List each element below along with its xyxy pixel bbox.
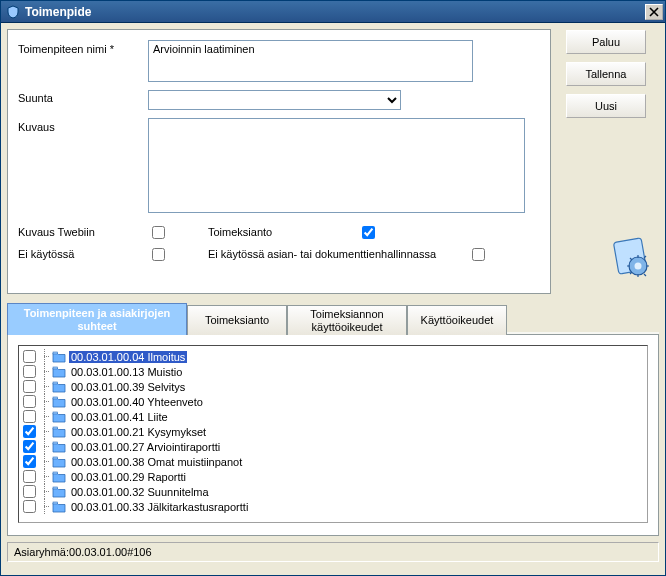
kuvaus-label: Kuvaus	[18, 118, 148, 133]
list-panel: 00.03.01.00.04 Ilmoitus00.03.01.00.13 Mu…	[7, 334, 659, 536]
svg-rect-8	[53, 427, 58, 429]
kuvaus-twebiin-checkbox[interactable]	[152, 226, 165, 239]
list-item[interactable]: 00.03.01.00.33 Jälkitarkastusraportti	[21, 499, 645, 514]
folder-icon	[52, 456, 66, 468]
svg-rect-10	[53, 457, 58, 459]
nimi-row: Toimenpiteen nimi * Arvioinnin laatimine…	[18, 40, 540, 82]
list-item-label: 00.03.01.00.41 Liite	[69, 411, 170, 423]
svg-rect-11	[53, 472, 58, 474]
toimeksianto-label: Toimeksianto	[208, 226, 358, 238]
list-item-checkbox[interactable]	[23, 500, 36, 513]
folder-icon	[52, 351, 66, 363]
chk-row-2: Ei käytössä Ei käytössä asian- tai dokum…	[18, 243, 540, 265]
tree-connector	[41, 439, 49, 454]
list-item-label: 00.03.01.00.21 Kysymykset	[69, 426, 208, 438]
svg-rect-7	[53, 412, 58, 414]
ei-kaytossa-asian-label: Ei käytössä asian- tai dokumenttienhalli…	[208, 248, 468, 260]
list-item[interactable]: 00.03.01.00.40 Yhteenveto	[21, 394, 645, 409]
svg-point-2	[635, 263, 642, 270]
status-text: Asiaryhmä:00.03.01.00#106	[14, 546, 152, 558]
tab-bar: Toimenpiteen ja asiakirjojen suhteet Toi…	[7, 302, 659, 334]
list-item-checkbox[interactable]	[23, 440, 36, 453]
tree-connector	[41, 484, 49, 499]
svg-rect-3	[53, 352, 58, 354]
uusi-button[interactable]: Uusi	[566, 94, 646, 118]
kuvaus-textarea[interactable]	[148, 118, 525, 213]
tree-connector	[41, 454, 49, 469]
list-item[interactable]: 00.03.01.00.41 Liite	[21, 409, 645, 424]
status-bar: Asiaryhmä:00.03.01.00#106	[7, 542, 659, 562]
list-item[interactable]: 00.03.01.00.39 Selvitys	[21, 379, 645, 394]
svg-rect-9	[53, 442, 58, 444]
svg-rect-13	[53, 502, 58, 504]
suunta-select[interactable]	[148, 90, 401, 110]
list-item-checkbox[interactable]	[23, 470, 36, 483]
gear-document-icon	[610, 236, 654, 280]
list-item-checkbox[interactable]	[23, 485, 36, 498]
list-item-label: 00.03.01.00.40 Yhteenveto	[69, 396, 205, 408]
list-item-label: 00.03.01.00.33 Jälkitarkastusraportti	[69, 501, 250, 513]
tree-connector	[41, 469, 49, 484]
toimeksianto-checkbox[interactable]	[362, 226, 375, 239]
folder-icon	[52, 471, 66, 483]
tree-connector	[41, 349, 49, 364]
folder-icon	[52, 396, 66, 408]
folder-icon	[52, 486, 66, 498]
list-item[interactable]: 00.03.01.00.21 Kysymykset	[21, 424, 645, 439]
list-item-checkbox[interactable]	[23, 455, 36, 468]
kuvaus-row: Kuvaus	[18, 118, 540, 213]
list-item[interactable]: 00.03.01.00.32 Suunnitelma	[21, 484, 645, 499]
paluu-button[interactable]: Paluu	[566, 30, 646, 54]
checkbox-grid: Kuvaus Twebiin Toimeksianto Ei käytössä …	[18, 221, 540, 265]
list-item-checkbox[interactable]	[23, 425, 36, 438]
tallenna-button[interactable]: Tallenna	[566, 62, 646, 86]
tree-connector	[41, 424, 49, 439]
list-item[interactable]: 00.03.01.00.27 Arviointiraportti	[21, 439, 645, 454]
tree-connector	[41, 409, 49, 424]
tab-suhteet[interactable]: Toimenpiteen ja asiakirjojen suhteet	[7, 303, 187, 335]
tree-connector	[41, 394, 49, 409]
list-item-label: 00.03.01.00.32 Suunnitelma	[69, 486, 211, 498]
list-item-label: 00.03.01.00.13 Muistio	[69, 366, 184, 378]
nimi-input[interactable]: Arvioinnin laatiminen	[148, 40, 473, 82]
chk-row-1: Kuvaus Twebiin Toimeksianto	[18, 221, 540, 243]
svg-rect-5	[53, 382, 58, 384]
tab-kayttooikeudet[interactable]: Käyttöoikeudet	[407, 305, 507, 335]
list-item-checkbox[interactable]	[23, 380, 36, 393]
ei-kaytossa-label: Ei käytössä	[18, 248, 148, 260]
document-listbox[interactable]: 00.03.01.00.04 Ilmoitus00.03.01.00.13 Mu…	[18, 345, 648, 523]
folder-icon	[52, 441, 66, 453]
nimi-label: Toimenpiteen nimi *	[18, 40, 148, 55]
list-item[interactable]: 00.03.01.00.04 Ilmoitus	[21, 349, 645, 364]
list-item-label: 00.03.01.00.04 Ilmoitus	[69, 351, 187, 363]
folder-icon	[52, 411, 66, 423]
list-item-checkbox[interactable]	[23, 395, 36, 408]
list-item[interactable]: 00.03.01.00.29 Raportti	[21, 469, 645, 484]
list-item[interactable]: 00.03.01.00.13 Muistio	[21, 364, 645, 379]
suunta-label: Suunta	[18, 90, 148, 104]
tab-toimeksiannon-kayttooikeudet[interactable]: Toimeksiannon käyttöoikeudet	[287, 305, 407, 335]
form-panel: Toimenpiteen nimi * Arvioinnin laatimine…	[7, 29, 551, 294]
svg-rect-12	[53, 487, 58, 489]
action-button-column: Paluu Tallenna Uusi	[566, 30, 658, 118]
tree-connector	[41, 364, 49, 379]
list-item[interactable]: 00.03.01.00.38 Omat muistiinpanot	[21, 454, 645, 469]
suunta-row: Suunta	[18, 90, 540, 110]
list-item-checkbox[interactable]	[23, 350, 36, 363]
tree-connector	[41, 499, 49, 514]
list-item-checkbox[interactable]	[23, 365, 36, 378]
tree-connector	[41, 379, 49, 394]
titlebar: Toimenpide	[1, 1, 665, 23]
list-item-checkbox[interactable]	[23, 410, 36, 423]
kuvaus-twebiin-label: Kuvaus Twebiin	[18, 226, 148, 238]
ei-kaytossa-checkbox[interactable]	[152, 248, 165, 261]
list-item-label: 00.03.01.00.29 Raportti	[69, 471, 188, 483]
list-item-label: 00.03.01.00.38 Omat muistiinpanot	[69, 456, 244, 468]
tab-toimeksianto[interactable]: Toimeksianto	[187, 305, 287, 335]
ei-kaytossa-asian-checkbox[interactable]	[472, 248, 485, 261]
close-icon[interactable]	[645, 4, 663, 20]
svg-rect-6	[53, 397, 58, 399]
svg-rect-4	[53, 367, 58, 369]
list-item-label: 00.03.01.00.39 Selvitys	[69, 381, 187, 393]
app-icon	[5, 4, 21, 20]
